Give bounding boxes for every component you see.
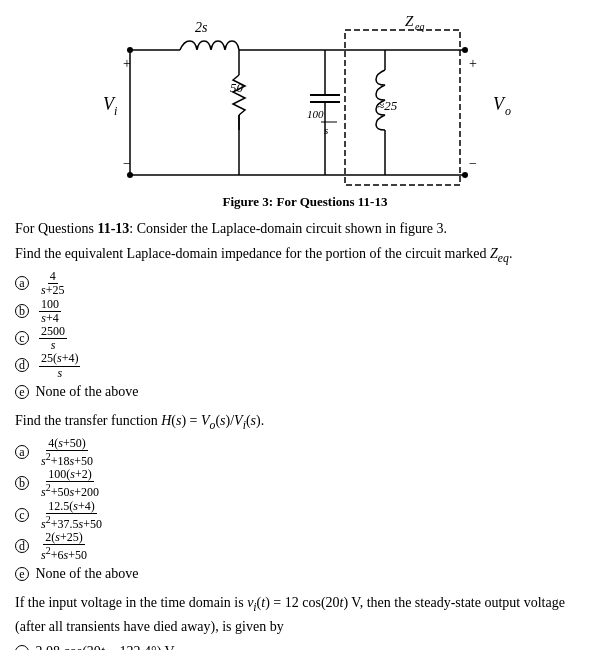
q12-options: a 4(s+50)s2+18s+50 b 100(s+2)s2+50s+200 … (15, 437, 595, 586)
svg-text:≈25: ≈25 (377, 98, 398, 113)
q11-b-value: 100s+4 (32, 298, 61, 325)
option-label-d: d (15, 358, 29, 372)
q13-options: a 2.08 cos(20t − 122.4°) V b 3.29 cos(12… (15, 640, 595, 650)
caption-text: Figure 3: For Questions (223, 194, 358, 209)
q12-option-b: b 100(s+2)s2+50s+200 (15, 468, 595, 499)
svg-text:−: − (469, 156, 477, 171)
svg-rect-32 (345, 30, 460, 185)
q11-option-b: b 100s+4 (15, 298, 595, 325)
svg-text:o: o (505, 104, 511, 118)
svg-text:100: 100 (307, 108, 324, 120)
q11-option-d: d 25(s+4)s (15, 352, 595, 379)
figure-container: V i V o + − 2s 50 (15, 10, 595, 210)
svg-point-36 (127, 172, 133, 178)
q12-option-e: e None of the above (15, 562, 595, 586)
q11-option-e: e None of the above (15, 380, 595, 404)
intro-text: For Questions 11-13: Consider the Laplac… (15, 218, 595, 239)
svg-point-29 (462, 172, 468, 178)
option-label-e: e (15, 385, 29, 399)
q12-label-b: b (15, 476, 29, 490)
option-label-a: a (15, 276, 29, 290)
svg-text:s: s (324, 124, 328, 136)
q12-option-a: a 4(s+50)s2+18s+50 (15, 437, 595, 468)
circuit-diagram: V i V o + − 2s 50 (75, 10, 535, 190)
q12-label-d: d (15, 539, 29, 553)
q13-a-value: 2.08 cos(20t − 122.4°) V (32, 640, 175, 650)
svg-point-28 (462, 47, 468, 53)
q12-label-e: e (15, 567, 29, 581)
svg-point-35 (127, 47, 133, 53)
q12-a-value: 4(s+50)s2+18s+50 (32, 437, 95, 468)
q12-e-value: None of the above (32, 562, 139, 586)
q11-option-a: a 4s+25 (15, 270, 595, 297)
svg-text:+: + (469, 56, 477, 71)
q12-option-c: c 12.5(s+4)s2+37.5s+50 (15, 500, 595, 531)
q12-option-d: d 2(s+25)s2+6s+50 (15, 531, 595, 562)
q11-a-value: 4s+25 (32, 270, 66, 297)
q12-prompt: Find the transfer function H(s) = Vo(s)/… (15, 410, 595, 434)
q12-label-a: a (15, 445, 29, 459)
option-label-b: b (15, 304, 29, 318)
q12-c-value: 12.5(s+4)s2+37.5s+50 (32, 500, 104, 531)
q11-option-c: c 2500s (15, 325, 595, 352)
q11-options: a 4s+25 b 100s+4 c 2500s d 25(s+4)s e No… (15, 270, 595, 403)
caption-bold: 11-13 (358, 194, 388, 209)
q12-label-c: c (15, 508, 29, 522)
q13-option-a: a 2.08 cos(20t − 122.4°) V (15, 640, 595, 650)
q12-b-value: 100(s+2)s2+50s+200 (32, 468, 101, 499)
q11-d-value: 25(s+4)s (32, 352, 80, 379)
svg-text:−: − (123, 156, 131, 171)
svg-text:2s: 2s (195, 20, 208, 35)
q11-prompt: Find the equivalent Laplace-domain imped… (15, 243, 595, 267)
q12-d-value: 2(s+25)s2+6s+50 (32, 531, 89, 562)
q11-e-value: None of the above (32, 380, 139, 404)
q11-c-value: 2500s (32, 325, 67, 352)
figure-caption: Figure 3: For Questions 11-13 (223, 194, 388, 210)
q13-prompt: If the input voltage in the time domain … (15, 592, 595, 637)
option-label-c: c (15, 331, 29, 345)
svg-text:+: + (123, 56, 131, 71)
svg-text:i: i (114, 104, 117, 118)
svg-text:eq: eq (415, 21, 424, 32)
svg-text:Z: Z (405, 13, 414, 29)
q13-label-a: a (15, 645, 29, 650)
